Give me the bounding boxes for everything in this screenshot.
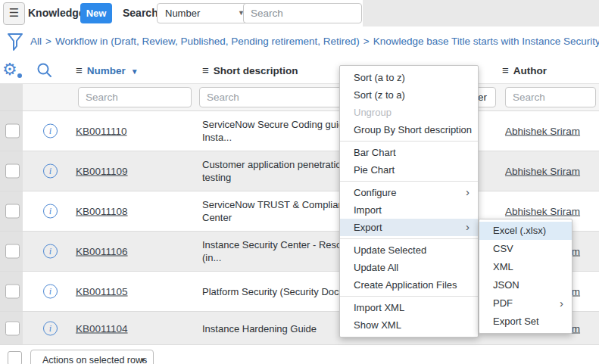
row-checkbox[interactable] bbox=[5, 204, 20, 219]
author-filter-input[interactable] bbox=[505, 87, 596, 107]
row-checkbox[interactable] bbox=[5, 244, 20, 259]
list-toolbar: ☰ Knowledge New Search Number ▼ bbox=[0, 0, 599, 27]
submenu-item-label: PDF bbox=[493, 297, 513, 309]
menu-item-import[interactable]: Import bbox=[340, 201, 478, 219]
column-header-author[interactable]: ≡Author bbox=[502, 57, 547, 84]
author-link[interactable]: Abhishek Sriram bbox=[505, 166, 580, 177]
column-header-short-description[interactable]: ≡Short description bbox=[202, 57, 298, 84]
menu-item-group-by-short-description[interactable]: Group By Short description bbox=[340, 121, 478, 138]
column-menu-icon[interactable]: ≡ bbox=[76, 64, 83, 76]
breadcrumb-separator: > bbox=[363, 36, 370, 47]
info-icon[interactable]: i bbox=[43, 124, 58, 138]
info-icon[interactable]: i bbox=[43, 244, 58, 259]
caret-down-icon: ▼ bbox=[139, 350, 146, 364]
search-label: Search bbox=[123, 0, 158, 26]
column-label: Author bbox=[513, 65, 547, 76]
record-number-link[interactable]: KB0011105 bbox=[76, 286, 128, 297]
column-label: Short description bbox=[214, 65, 298, 76]
menu-divider bbox=[340, 141, 478, 142]
actions-dropdown[interactable]: Actions on selected rows ▼ bbox=[30, 350, 154, 364]
row-checkbox[interactable] bbox=[5, 321, 20, 335]
record-number-link[interactable]: KB0011109 bbox=[76, 166, 128, 177]
info-icon[interactable]: i bbox=[43, 204, 58, 219]
info-icon[interactable]: i bbox=[43, 321, 58, 335]
menu-item-label: Export bbox=[354, 222, 382, 233]
breadcrumb-workflow-filter[interactable]: Workflow in (Draft, Review, Published, P… bbox=[55, 36, 360, 47]
column-menu-icon[interactable]: ≡ bbox=[502, 64, 509, 76]
author-link[interactable]: Abhishek Sriram bbox=[505, 126, 580, 137]
submenu-item-xml[interactable]: XML bbox=[479, 258, 572, 276]
record-number-link[interactable]: KB0011108 bbox=[76, 206, 128, 217]
column-label: Number bbox=[87, 65, 126, 76]
chevron-right-icon: › bbox=[466, 184, 470, 201]
column-context-menu: Sort (a to z) Sort (z to a) Ungroup Grou… bbox=[339, 65, 479, 338]
list-title: Knowledge bbox=[28, 0, 85, 26]
menu-item-bar-chart[interactable]: Bar Chart bbox=[340, 144, 478, 161]
breadcrumb-separator: > bbox=[45, 36, 51, 47]
menu-item-update-selected[interactable]: Update Selected bbox=[340, 241, 478, 259]
menu-item-import-xml[interactable]: Import XML bbox=[340, 299, 478, 316]
table-row: i KB0011109 Customer application penetra… bbox=[0, 151, 599, 191]
menu-item-ungroup: Ungroup bbox=[340, 104, 478, 121]
menu-item-configure[interactable]: Configure › bbox=[340, 184, 478, 201]
new-button[interactable]: New bbox=[80, 3, 112, 23]
row-checkbox[interactable] bbox=[5, 164, 20, 179]
menu-divider bbox=[340, 296, 478, 297]
row-checkbox[interactable] bbox=[5, 124, 20, 138]
chevron-right-icon: › bbox=[466, 219, 470, 235]
menu-divider bbox=[340, 181, 478, 182]
gear-icon[interactable]: ⚙ bbox=[2, 60, 20, 79]
menu-item-sort-z-a[interactable]: Sort (z to a) bbox=[340, 86, 478, 104]
breadcrumb-all[interactable]: All bbox=[30, 36, 42, 47]
info-icon[interactable]: i bbox=[43, 164, 58, 179]
menu-item-sort-a-z[interactable]: Sort (a to z) bbox=[340, 69, 478, 86]
short-description-filter-input[interactable] bbox=[199, 87, 343, 107]
submenu-item-pdf[interactable]: PDF › bbox=[479, 294, 572, 313]
search-field-selector-value: Number bbox=[165, 8, 200, 19]
menu-divider bbox=[340, 238, 478, 239]
search-icon[interactable] bbox=[36, 62, 53, 79]
select-all-checkbox[interactable] bbox=[8, 351, 22, 364]
menu-item-export[interactable]: Export › bbox=[340, 219, 478, 236]
table-row: i KB0011110 ServiceNow Secure Coding gui… bbox=[0, 111, 599, 151]
chevron-right-icon: › bbox=[560, 294, 563, 312]
submenu-item-csv[interactable]: CSV bbox=[479, 240, 572, 258]
submenu-item-excel[interactable]: Excel (.xlsx) bbox=[479, 222, 572, 240]
column-menu-icon[interactable]: ≡ bbox=[202, 64, 209, 76]
menu-item-create-application-files[interactable]: Create Application Files bbox=[340, 276, 478, 294]
topbar-background-filler bbox=[363, 0, 599, 26]
menu-item-pie-chart[interactable]: Pie Chart bbox=[340, 161, 478, 179]
menu-item-update-all[interactable]: Update All bbox=[340, 259, 478, 276]
author-link[interactable]: Abhishek Sriram bbox=[505, 206, 580, 217]
sort-descending-icon: ▼ bbox=[131, 67, 139, 76]
knowledge-list-screen: ☰ Knowledge New Search Number ▼ All>Work… bbox=[0, 0, 599, 364]
menu-item-label: Configure bbox=[354, 187, 396, 198]
toolbar-search-input[interactable] bbox=[243, 3, 362, 23]
search-field-selector[interactable]: Number ▼ bbox=[157, 3, 252, 23]
menu-item-show-xml[interactable]: Show XML bbox=[340, 316, 478, 334]
submenu-item-export-set[interactable]: Export Set bbox=[479, 313, 572, 331]
hamburger-menu-icon[interactable]: ☰ bbox=[3, 2, 25, 25]
actions-dropdown-label: Actions on selected rows bbox=[42, 355, 147, 364]
breadcrumb-row: All>Workflow in (Draft, Review, Publishe… bbox=[0, 26, 599, 57]
row-checkbox[interactable] bbox=[5, 285, 20, 299]
submenu-item-json[interactable]: JSON bbox=[479, 276, 572, 294]
record-number-link[interactable]: KB0011104 bbox=[76, 322, 128, 334]
column-filter-row: er bbox=[0, 83, 599, 111]
info-icon[interactable]: i bbox=[43, 285, 58, 299]
filter-funnel-icon[interactable] bbox=[6, 32, 24, 52]
export-submenu: Excel (.xlsx) CSV XML JSON PDF › Export … bbox=[479, 219, 572, 334]
record-number-link[interactable]: KB0011110 bbox=[76, 126, 127, 137]
column-header-number[interactable]: ≡Number▼ bbox=[76, 57, 139, 85]
column-header-row: ⚙ ≡Number▼ ≡Short description ≡Author bbox=[0, 57, 599, 83]
breadcrumb: All>Workflow in (Draft, Review, Publishe… bbox=[30, 26, 599, 57]
number-filter-input[interactable] bbox=[78, 87, 192, 107]
breadcrumb-kb-filter[interactable]: Knowledge base Title starts with Instanc… bbox=[373, 36, 599, 47]
record-number-link[interactable]: KB0011106 bbox=[76, 246, 128, 257]
